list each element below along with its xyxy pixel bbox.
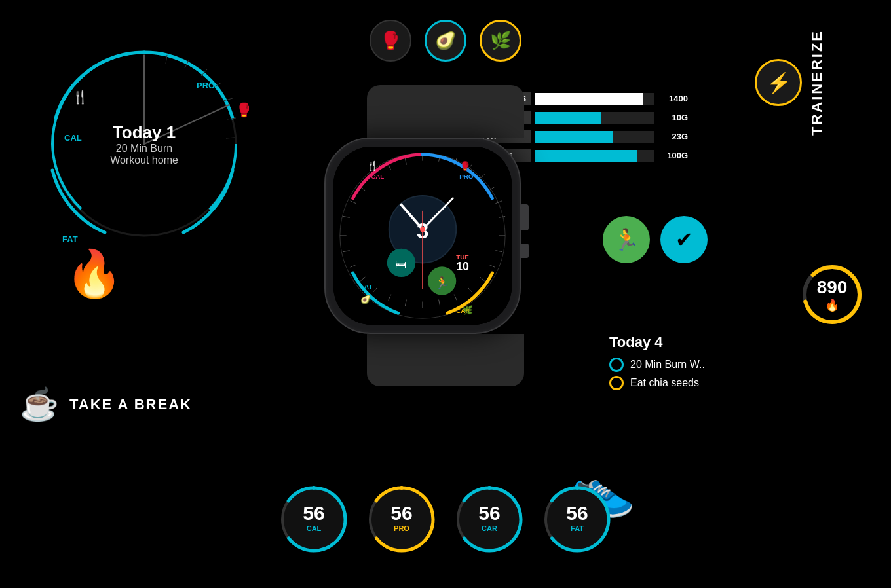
nut-value-fat: 23G xyxy=(658,132,688,141)
trainerize-icon: ⚡ xyxy=(755,59,802,106)
take-a-break: ☕ TAKE A BREAK xyxy=(20,386,192,423)
break-label: TAKE A BREAK xyxy=(69,396,192,413)
watch-crown xyxy=(520,204,529,230)
stat-pro: 56 PRO xyxy=(366,483,438,555)
svg-text:🌿: 🌿 xyxy=(463,305,473,316)
nut-value-protein: 10G xyxy=(658,113,688,122)
apple-watch: CAL PRO PRO FAT CAR 🍴 🥊 🥑 🌿 3 xyxy=(324,85,567,386)
stat-num-fat: 56 xyxy=(566,504,588,523)
calorie-ring: 890 🔥 xyxy=(799,262,865,327)
watch-face-svg: CAL PRO PRO FAT CAR 🍴 🥊 🥑 🌿 3 xyxy=(333,147,512,325)
calorie-value: 890 🔥 xyxy=(817,277,848,312)
stat-sub-fat: FAT xyxy=(566,524,588,532)
watch-band-top xyxy=(367,85,524,138)
dial-center-text: Today 1 20 Min Burn Workout home xyxy=(110,122,178,166)
svg-text:🍴: 🍴 xyxy=(72,89,88,105)
dial-workout-sub: Workout home xyxy=(110,155,178,166)
coffee-icon: ☕ xyxy=(20,386,59,423)
stat-fat: 56 FAT xyxy=(541,483,613,555)
stat-num-pro: 56 xyxy=(390,504,412,523)
avocado-top-icon[interactable]: 🥑 xyxy=(425,20,466,62)
svg-text:FAT: FAT xyxy=(62,234,78,244)
svg-text:🍴: 🍴 xyxy=(367,160,379,172)
svg-text:10: 10 xyxy=(456,260,469,273)
today4-item-2: Eat chia seeds xyxy=(609,376,705,390)
svg-text:🥊: 🥊 xyxy=(460,161,470,172)
trainerize-branding: ⚡ TRAINERIZE xyxy=(755,29,825,136)
stat-num-car: 56 xyxy=(478,504,500,523)
svg-text:FAT: FAT xyxy=(360,283,372,290)
watch-outer: CAL PRO PRO FAT CAR 🍴 🥊 🥑 🌿 3 xyxy=(324,138,521,334)
today4-text-1: 20 Min Burn W.. xyxy=(630,359,705,371)
stat-cal: 56 CAL xyxy=(278,483,350,555)
today4-item-1: 20 Min Burn W.. xyxy=(609,358,705,372)
top-icons-row: 🥊 🥑 🌿 xyxy=(370,20,521,62)
svg-point-73 xyxy=(420,227,425,232)
bottom-stats: 56 CAL 56 PRO 56 CAR xyxy=(278,483,613,555)
right-activity-icons: 🏃 ✔ xyxy=(603,216,708,263)
svg-point-82 xyxy=(487,486,491,490)
protein-top-icon[interactable]: 🥊 xyxy=(370,20,411,62)
leaf-top-icon[interactable]: 🌿 xyxy=(480,20,521,62)
today4-dot-cyan xyxy=(609,358,624,372)
watch-screen: CAL PRO PRO FAT CAR 🍴 🥊 🥑 🌿 3 xyxy=(333,147,512,325)
stat-sub-cal: CAL xyxy=(303,524,324,532)
svg-text:PRO: PRO xyxy=(197,81,215,90)
stat-car: 56 CAR xyxy=(453,483,525,555)
stat-num-cal: 56 xyxy=(303,504,324,523)
stat-sub-car: CAR xyxy=(478,524,500,532)
left-dial-panel: CAL PRO FAT CAR CAR 🍴 🥊 🥑 🌿 Today 1 20 M… xyxy=(20,39,269,249)
fire-icon-calorie: 🔥 xyxy=(817,298,848,312)
svg-point-76 xyxy=(312,486,316,490)
stat-sub-pro: PRO xyxy=(390,524,412,532)
check-activity-icon[interactable]: ✔ xyxy=(660,216,708,263)
svg-point-85 xyxy=(575,486,579,490)
dial-workout-name: 20 Min Burn xyxy=(110,143,178,155)
today4-panel: Today 4 20 Min Burn W.. Eat chia seeds xyxy=(609,334,705,394)
watch-button xyxy=(520,244,529,258)
nut-value-calories: 1400 xyxy=(658,94,688,103)
svg-line-8 xyxy=(226,138,235,138)
today4-text-2: Eat chia seeds xyxy=(630,377,699,389)
today4-title: Today 4 xyxy=(609,334,705,351)
today4-dot-yellow xyxy=(609,376,624,390)
nut-value-carbs: 100G xyxy=(658,151,688,160)
watch-band-bottom xyxy=(367,334,524,386)
dial-container: CAL PRO FAT CAR CAR 🍴 🥊 🥑 🌿 Today 1 20 M… xyxy=(39,39,249,249)
calorie-counter: 890 🔥 xyxy=(799,262,865,327)
svg-text:PRO: PRO xyxy=(459,173,474,180)
dial-today-label: Today 1 xyxy=(110,122,178,143)
svg-text:CAL: CAL xyxy=(371,173,384,180)
svg-text:🏃: 🏃 xyxy=(435,276,450,290)
run-activity-icon[interactable]: 🏃 xyxy=(603,216,650,263)
svg-point-79 xyxy=(400,486,404,490)
watch-face: CAL PRO PRO FAT CAR 🍴 🥊 🥑 🌿 3 xyxy=(333,147,512,325)
svg-text:CAL: CAL xyxy=(64,133,82,143)
flame-icon: 🔥 xyxy=(66,247,123,301)
svg-text:🥊: 🥊 xyxy=(236,102,249,118)
svg-text:🛏: 🛏 xyxy=(395,257,407,270)
trainerize-label: TRAINERIZE xyxy=(808,29,825,136)
svg-text:🥑: 🥑 xyxy=(360,295,371,305)
